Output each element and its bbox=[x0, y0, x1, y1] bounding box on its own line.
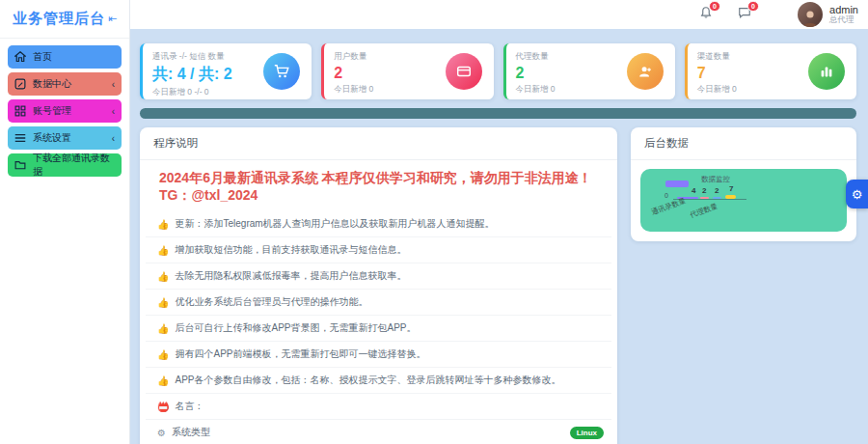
sidebar-item-label: 数据中心 bbox=[33, 77, 71, 91]
list-item: 👍 去除无用隐私权限减低报毒率，提高用户信息获取率。 bbox=[146, 264, 611, 290]
chart-bar bbox=[713, 197, 721, 199]
chart-value-label: 4 bbox=[692, 186, 695, 195]
list-item-text: 后台可自行上传和修改APP背景图，无需重新打包APP。 bbox=[175, 321, 416, 335]
notes-list: 👍 更新：添加Telegram机器人查询用户信息以及获取新用户机器人通知提醒。 … bbox=[140, 211, 617, 444]
floating-settings-button[interactable]: ⚙ bbox=[846, 180, 868, 208]
grid-icon bbox=[14, 105, 27, 118]
user-info: admin 总代理 bbox=[829, 4, 858, 25]
messages-badge: 0 bbox=[747, 1, 759, 12]
sidebar-item-data-center[interactable]: 数据中心 ‹ bbox=[8, 72, 122, 96]
program-notes-panel: 程序说明 2024年6月最新通讯录系统 本程序仅供学习和研究，请勿用于非法用途！… bbox=[140, 127, 617, 444]
user-icon bbox=[627, 53, 664, 90]
panel-title: 程序说明 bbox=[140, 127, 617, 160]
sidebar-item-label: 账号管理 bbox=[33, 104, 71, 118]
sidebar-item-label: 下载全部通讯录数据 bbox=[33, 152, 115, 179]
gear-icon: ⚙ bbox=[852, 187, 863, 202]
chart-value-label: 2 bbox=[715, 186, 719, 195]
thumbs-up-icon: 👍 bbox=[157, 271, 169, 282]
stat-cards-row: 通讯录 -/- 短信 数量 共: 4 / 共: 2 今日新增 0 -/- 0 用… bbox=[140, 43, 856, 99]
sidebar-item-label: 首页 bbox=[33, 50, 52, 64]
list-item: 👍 拥有四个APP前端模板，无需重新打包即可一键选择替换。 bbox=[146, 342, 611, 368]
section-divider bbox=[140, 108, 856, 119]
menu-icon bbox=[14, 132, 27, 145]
sidebar-menu: 首页 数据中心 ‹ 账号管理 ‹ 系统设置 ‹ bbox=[0, 39, 129, 187]
edit-icon bbox=[14, 78, 27, 91]
name-badge-icon: 📛 bbox=[157, 402, 169, 412]
notification-badge: 0 bbox=[709, 1, 720, 12]
chart-y-zero-label: 0 bbox=[665, 192, 668, 199]
thumbs-up-icon: 👍 bbox=[157, 375, 169, 386]
list-item-text: 优化业务系统后台管理员与代理的操作功能。 bbox=[175, 295, 367, 309]
user-role: 总代理 bbox=[829, 15, 858, 25]
sidebar-item-download-contacts[interactable]: 下载全部通讯录数据 bbox=[8, 153, 122, 177]
sidebar-item-home[interactable]: 首页 bbox=[8, 45, 122, 69]
thumbs-up-icon: 👍 bbox=[157, 323, 169, 334]
list-item-text: 更新：添加Telegram机器人查询用户信息以及获取新用户机器人通知提醒。 bbox=[175, 217, 494, 231]
stat-card-agents: 代理数量 2 今日新增 0 bbox=[503, 43, 675, 99]
list-item: 👍 优化业务系统后台管理员与代理的操作功能。 bbox=[146, 290, 611, 316]
chevron-left-icon: ‹ bbox=[112, 106, 115, 117]
chart-value-label: 2 bbox=[702, 186, 706, 195]
notification-bell-button[interactable]: 0 bbox=[699, 6, 713, 23]
bar-chart-icon bbox=[808, 53, 845, 90]
user-menu[interactable]: admin 总代理 bbox=[798, 2, 858, 27]
sidebar-item-accounts[interactable]: 账号管理 ‹ bbox=[8, 99, 122, 123]
chart-bar bbox=[700, 197, 709, 199]
main-content: 通讯录 -/- 短信 数量 共: 4 / 共: 2 今日新增 0 -/- 0 用… bbox=[130, 29, 868, 444]
avatar bbox=[798, 2, 823, 27]
chart-bar bbox=[725, 195, 736, 199]
info-label: 系统类型 bbox=[172, 426, 210, 439]
sidebar-item-settings[interactable]: 系统设置 ‹ bbox=[8, 126, 122, 150]
thumbs-up-icon: 👍 bbox=[157, 245, 169, 256]
quote-row: 📛 名言： bbox=[146, 394, 611, 420]
list-item-text: 去除无用隐私权限减低报毒率，提高用户信息获取率。 bbox=[175, 269, 406, 283]
chevron-left-icon: ‹ bbox=[112, 133, 115, 144]
list-item: 👍 后台可自行上传和修改APP背景图，无需重新打包APP。 bbox=[146, 316, 611, 342]
backend-data-panel: 后台数据 数据监控 0 4227 通讯录数量 代理数量 bbox=[631, 127, 856, 241]
stat-card-contacts-sms: 通讯录 -/- 短信 数量 共: 4 / 共: 2 今日新增 0 -/- 0 bbox=[140, 43, 312, 99]
stat-card-channels: 渠道数量 7 今日新增 0 bbox=[685, 43, 856, 99]
sidebar-collapse-icon[interactable]: ⇤ bbox=[108, 13, 117, 25]
notice-text: 2024年6月最新通讯录系统 本程序仅供学习和研究，请勿用于非法用途！TG：@t… bbox=[140, 160, 617, 211]
panel-title: 后台数据 bbox=[631, 127, 856, 160]
info-row-os: ⚙ 系统类型 Linux bbox=[146, 420, 611, 444]
quote-label: 名言： bbox=[175, 400, 203, 413]
stat-card-users: 用户数量 2 今日新增 0 bbox=[321, 43, 493, 99]
chart-value-label: 7 bbox=[729, 184, 733, 193]
sidebar-item-label: 系统设置 bbox=[33, 131, 71, 145]
app-title: 业务管理后台 bbox=[13, 10, 105, 28]
chevron-left-icon: ‹ bbox=[112, 79, 115, 90]
messages-button[interactable]: 0 bbox=[738, 6, 751, 23]
topbar: 0 0 admin 总代理 bbox=[130, 0, 868, 29]
chart-legend-swatch bbox=[665, 180, 689, 187]
sidebar-header: 业务管理后台 ⇤ bbox=[0, 0, 129, 39]
folder-icon bbox=[14, 159, 27, 172]
sidebar: 业务管理后台 ⇤ 首页 数据中心 ‹ 账号管理 ‹ bbox=[0, 0, 130, 444]
chart-category-label: 通讯录数量 bbox=[650, 196, 688, 217]
cart-icon bbox=[263, 53, 300, 90]
chart-category-label: 代理数量 bbox=[689, 202, 719, 221]
list-item-text: APP各个参数自由修改，包括：名称、授权提示文字、登录后跳转网址等十多种参数修改… bbox=[175, 374, 560, 387]
mini-chart: 数据监控 0 4227 通讯录数量 代理数量 bbox=[640, 169, 847, 232]
status-badge: Linux bbox=[570, 427, 604, 439]
thumbs-up-icon: 👍 bbox=[157, 349, 169, 360]
list-item: 👍 增加获取短信功能，目前支持获取通讯录与短信信息。 bbox=[146, 237, 611, 264]
home-icon bbox=[14, 51, 27, 64]
thumbs-up-icon: 👍 bbox=[157, 297, 169, 308]
thumbs-up-icon: 👍 bbox=[157, 219, 169, 230]
list-item: 👍 更新：添加Telegram机器人查询用户信息以及获取新用户机器人通知提醒。 bbox=[146, 211, 611, 237]
gear-icon: ⚙ bbox=[157, 428, 166, 438]
list-item-text: 拥有四个APP前端模板，无需重新打包即可一键选择替换。 bbox=[175, 347, 425, 361]
wallet-icon bbox=[446, 53, 482, 90]
chart-title: 数据监控 bbox=[701, 175, 730, 184]
list-item: 👍 APP各个参数自由修改，包括：名称、授权提示文字、登录后跳转网址等十多种参数… bbox=[146, 368, 611, 394]
list-item-text: 增加获取短信功能，目前支持获取通讯录与短信信息。 bbox=[175, 243, 406, 257]
panels-row: 程序说明 2024年6月最新通讯录系统 本程序仅供学习和研究，请勿用于非法用途！… bbox=[140, 127, 856, 444]
